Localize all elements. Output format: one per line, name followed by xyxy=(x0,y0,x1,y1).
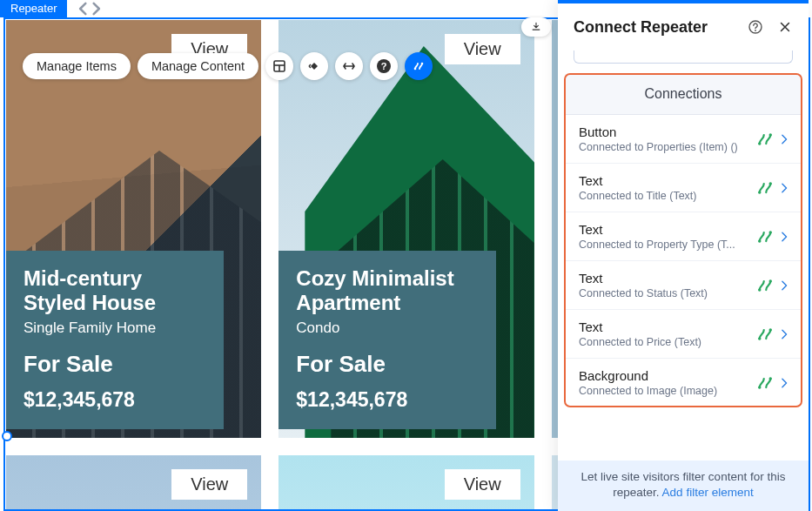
repeater-item[interactable]: View xyxy=(278,455,534,511)
connection-row-text-title[interactable]: Text Connected to Title (Text) xyxy=(565,164,802,212)
panel-header: Connect Repeater xyxy=(558,3,809,50)
connection-title: Text xyxy=(579,271,756,286)
card-overlay: Cozy Minimalist Apartment Condo For Sale… xyxy=(278,251,496,429)
manage-items-button[interactable]: Manage Items xyxy=(23,53,131,79)
connect-repeater-panel: Connect Repeater Connections Button Conn… xyxy=(558,0,809,511)
connected-icon xyxy=(756,326,774,343)
connection-row-text-status[interactable]: Text Connected to Status (Text) xyxy=(565,261,802,310)
chevron-right-icon xyxy=(779,133,791,145)
repeater-item[interactable]: View Mid-century Styled House Single Fam… xyxy=(6,20,261,438)
connected-icon xyxy=(756,277,774,294)
connection-title: Text xyxy=(579,222,756,237)
card-price: $12,345,678 xyxy=(23,388,206,412)
download-icon[interactable] xyxy=(521,17,551,37)
card-status: For Sale xyxy=(296,351,479,378)
view-button[interactable]: View xyxy=(445,469,520,500)
repeater-item[interactable]: View xyxy=(6,455,261,511)
panel-help-icon[interactable] xyxy=(744,16,767,38)
layout-icon[interactable] xyxy=(265,52,293,80)
repeater-item[interactable]: View Cozy Minimalist Apartment Condo For… xyxy=(278,20,534,438)
tab-embed-icon[interactable] xyxy=(67,0,112,17)
connection-subtitle: Connected to Title (Text) xyxy=(579,190,756,202)
animation-icon[interactable] xyxy=(300,52,328,80)
panel-close-icon[interactable] xyxy=(774,16,796,38)
connections-group: Connections Button Connected to Properti… xyxy=(565,74,802,407)
connection-title: Text xyxy=(579,173,756,188)
connection-subtitle: Connected to Status (Text) xyxy=(579,287,756,299)
card-overlay: Mid-century Styled House Single Family H… xyxy=(6,251,224,429)
chevron-right-icon xyxy=(779,279,791,292)
chevron-right-icon xyxy=(779,182,791,194)
connection-title: Text xyxy=(579,319,756,334)
connection-subtitle: Connected to Properties (Item) () xyxy=(579,141,756,153)
chevron-right-icon xyxy=(779,377,791,389)
connection-row-text-type[interactable]: Text Connected to Property Type (T... xyxy=(565,212,802,261)
connection-subtitle: Connected to Image (Image) xyxy=(579,385,756,397)
connected-icon xyxy=(756,131,774,148)
card-price: $12,345,678 xyxy=(296,388,479,412)
dataset-selector[interactable] xyxy=(574,50,793,64)
chevron-right-icon xyxy=(779,231,791,243)
connection-title: Background xyxy=(579,368,756,383)
manage-content-button[interactable]: Manage Content xyxy=(138,53,258,79)
panel-body: Connections Button Connected to Properti… xyxy=(558,50,809,461)
view-button[interactable]: View xyxy=(171,469,247,500)
connected-icon xyxy=(756,374,774,392)
connection-subtitle: Connected to Property Type (T... xyxy=(579,239,756,251)
help-icon[interactable] xyxy=(370,52,398,80)
connection-subtitle: Connected to Price (Text) xyxy=(579,336,756,348)
connection-row-text-price[interactable]: Text Connected to Price (Text) xyxy=(565,310,802,359)
connections-heading: Connections xyxy=(565,74,802,115)
card-title: Cozy Minimalist Apartment xyxy=(296,266,479,314)
panel-footer: Let live site visitors filter content fo… xyxy=(558,461,809,511)
connect-data-icon[interactable] xyxy=(405,52,433,80)
tab-repeater[interactable]: Repeater xyxy=(0,0,67,17)
chevron-right-icon xyxy=(779,328,791,340)
card-type: Condo xyxy=(296,319,479,337)
connection-title: Button xyxy=(579,124,756,139)
add-filter-link[interactable]: Add filter element xyxy=(662,486,754,499)
connection-row-button[interactable]: Button Connected to Properties (Item) () xyxy=(565,115,802,164)
card-title: Mid-century Styled House xyxy=(23,266,206,314)
connected-icon xyxy=(756,179,774,197)
panel-title: Connect Repeater xyxy=(574,18,737,37)
view-button[interactable]: View xyxy=(445,34,520,64)
stretch-icon[interactable] xyxy=(335,52,363,80)
connected-icon xyxy=(756,228,774,245)
resize-handle[interactable] xyxy=(2,431,12,441)
card-type: Single Family Home xyxy=(23,319,206,337)
element-action-bar: Manage Items Manage Content xyxy=(23,52,433,80)
card-status: For Sale xyxy=(23,351,206,378)
connection-row-background[interactable]: Background Connected to Image (Image) xyxy=(565,359,802,407)
